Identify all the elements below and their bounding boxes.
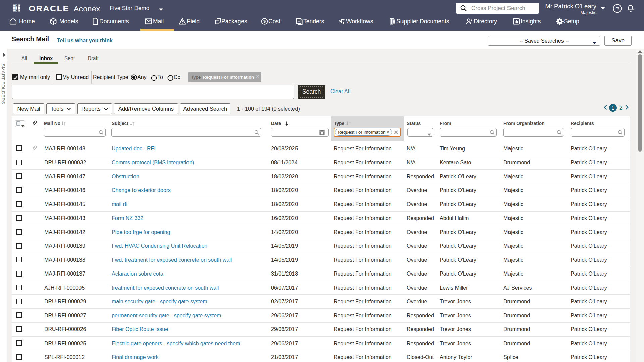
svg-text:?: ? bbox=[616, 6, 619, 11]
svg-text:$: $ bbox=[263, 19, 266, 24]
